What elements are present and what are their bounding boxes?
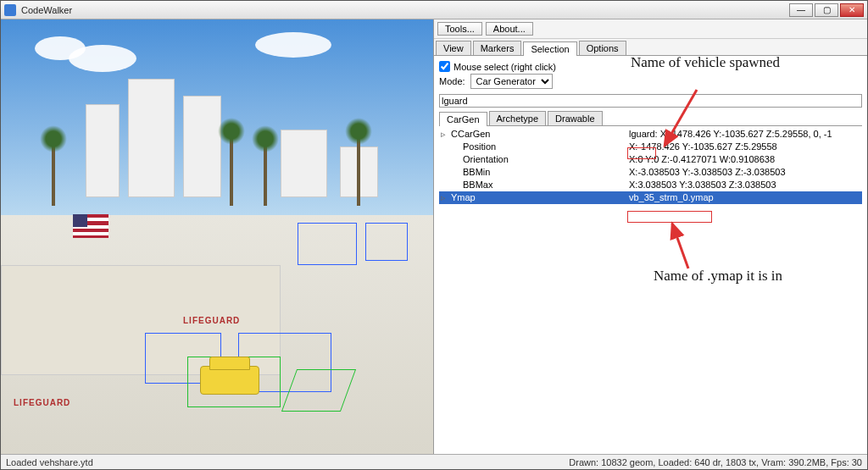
selection-name-input[interactable] [439,94,862,108]
tab-view[interactable]: View [436,41,471,55]
prop-bbmax[interactable]: BBMax X:3.038503 Y:3.038503 Z:3.038503 [439,179,862,191]
minimize-button[interactable]: — [789,3,813,17]
building [183,96,221,197]
panel-toolbar: Tools... About... [434,19,867,39]
prop-ccargen[interactable]: ▹ CCarGen lguard: X:-1478.426 Y:-1035.62… [439,128,862,141]
prop-bbmin[interactable]: BBMin X:-3.038503 Y:-3.038503 Z:-3.03850… [439,166,862,179]
app-icon [4,4,16,16]
subtab-archetype[interactable]: Archetype [489,111,547,125]
arrow-bottom [667,222,701,274]
lifeguard-sign: LIFEGUARD [14,398,70,407]
3d-viewport[interactable]: LIFEGUARD LIFEGUARD [1,19,433,454]
expand-icon[interactable]: ▹ [439,191,448,204]
property-grid[interactable]: ▹ CCarGen lguard: X:-1478.426 Y:-1035.62… [439,128,862,204]
tab-markers[interactable]: Markers [473,41,522,55]
properties-panel: Tools... About... View Markers Selection… [433,19,867,454]
bounding-box [365,223,408,261]
mouse-select-label: Mouse select (right click) [453,62,556,72]
usa-flag [73,214,108,238]
about-button[interactable]: About... [486,22,533,36]
mode-label: Mode: [439,76,465,86]
annotation-bottom: Name of .ymap it is in [646,268,790,285]
palm-tree [264,147,267,206]
prop-position[interactable]: Position X:-1478.426 Y:-1035.627 Z:5.295… [439,141,862,153]
highlight-ymap-name [627,211,712,223]
clouds [35,36,374,104]
close-button[interactable]: ✕ [840,3,864,17]
tab-options[interactable]: Options [579,41,626,55]
tab-selection[interactable]: Selection [523,41,576,56]
maximize-button[interactable]: ▢ [815,3,838,17]
expand-icon[interactable]: ▹ [439,128,448,141]
app-window: CodeWalker — ▢ ✕ [0,0,868,470]
selection-panel: Mouse select (right click) Mode: Car Gen… [434,56,867,454]
building [86,104,120,197]
prop-orientation[interactable]: Orientation X:0 Y:0 Z:-0.4127071 W:0.910… [439,153,862,166]
mouse-select-input[interactable] [439,61,450,72]
content-area: LIFEGUARD LIFEGUARD Tools... About... Vi… [1,19,867,454]
palm-tree [357,138,360,206]
building [281,130,327,197]
spawned-vehicle [200,366,259,395]
subtab-drawable[interactable]: Drawable [548,111,602,125]
status-bar: Loaded vehshare.ytd Drawn: 10832 geom, L… [1,454,867,469]
sub-tabs: CarGen Archetype Drawable [439,111,862,126]
lifeguard-sign: LIFEGUARD [183,316,240,325]
building [128,79,175,197]
mode-select[interactable]: Car Generator [470,74,553,89]
prop-ymap[interactable]: ▹ Ymap vb_35_strm_0.ymap [439,191,862,204]
palm-tree [230,138,233,206]
svg-line-1 [672,224,688,268]
mode-row: Mode: Car Generator [439,74,862,89]
mouse-select-checkbox[interactable]: Mouse select (right click) [439,61,862,72]
tools-button[interactable]: Tools... [437,22,482,36]
main-tabs: View Markers Selection Options [434,39,867,56]
titlebar[interactable]: CodeWalker — ▢ ✕ [1,1,867,19]
window-title: CodeWalker [21,5,787,15]
status-right: Drawn: 10832 geom, Loaded: 640 dr, 1803 … [569,457,862,467]
palm-tree [52,147,55,206]
subtab-cargen[interactable]: CarGen [439,112,487,126]
bounding-box [298,223,357,265]
status-left: Loaded vehshare.ytd [6,457,93,467]
